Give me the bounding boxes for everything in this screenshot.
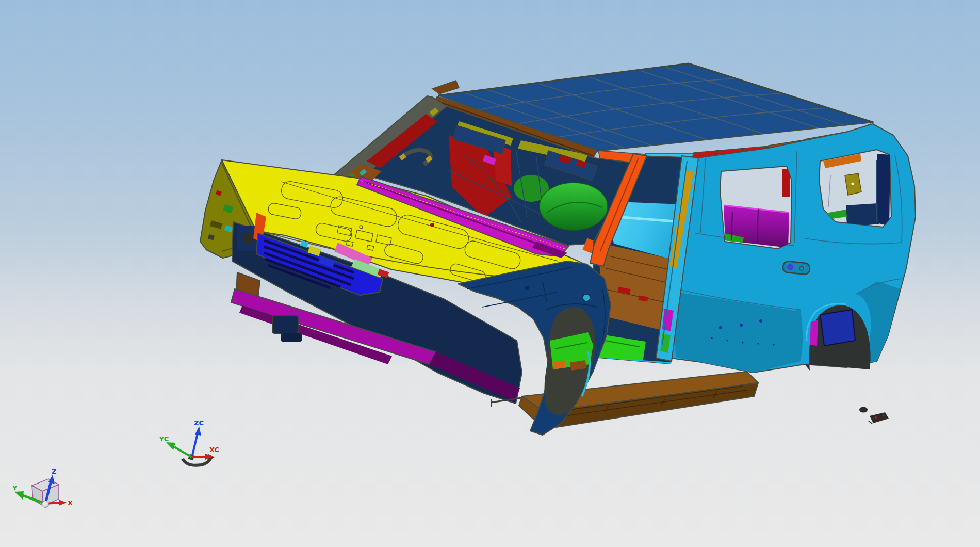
car-body-model[interactable] — [200, 63, 916, 435]
wcs-zc-arrowhead — [195, 426, 201, 436]
tow-bracket-lower — [281, 333, 302, 342]
wcs-triad[interactable]: ZC YC XC — [159, 419, 219, 465]
wcs-xc-label[interactable]: XC — [209, 446, 219, 454]
view-x-arrowhead — [59, 500, 67, 506]
tow-bracket — [272, 316, 298, 333]
view-y-label: Y — [12, 484, 18, 492]
view-orientation-triad: Z Y X — [12, 468, 73, 508]
wcs-yc-label[interactable]: YC — [159, 435, 169, 443]
wcs-yc-arrowhead — [166, 442, 175, 450]
spring-seat-box — [820, 310, 855, 346]
cad-viewport[interactable]: ZC YC XC Z Y X — [0, 0, 980, 547]
view-origin-ball — [42, 501, 49, 508]
arch-chip-magenta — [810, 320, 818, 346]
wcs-yc-axis[interactable] — [174, 447, 192, 457]
wcs-zc-axis[interactable] — [192, 433, 198, 457]
view-z-label: Z — [52, 468, 56, 475]
body-side-outer[interactable] — [671, 124, 916, 373]
running-board[interactable] — [491, 372, 758, 427]
view-y-arrowhead — [14, 491, 24, 500]
model-canvas[interactable]: ZC YC XC Z Y X — [0, 0, 980, 547]
wcs-xc-axis[interactable] — [192, 457, 206, 457]
roof-left-brown-tip — [432, 81, 459, 94]
front-wheelhouse[interactable] — [540, 183, 608, 230]
headlamp-hole — [242, 233, 254, 244]
view-x-label: X — [68, 499, 73, 507]
fender-grommet — [583, 294, 590, 301]
door-handle[interactable] — [782, 261, 810, 275]
loose-parts[interactable] — [859, 407, 889, 424]
wcs-zc-label[interactable]: ZC — [194, 419, 204, 427]
fender-bolt — [525, 286, 529, 290]
